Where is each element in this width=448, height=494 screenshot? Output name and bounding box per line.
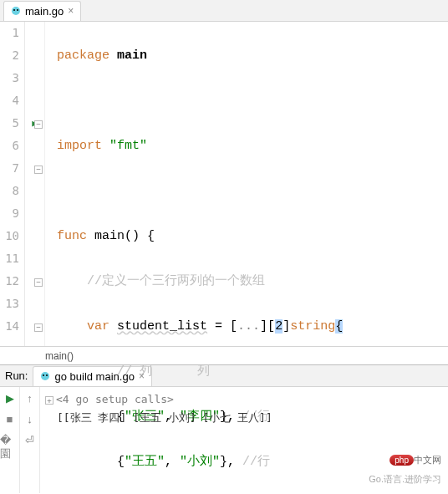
rerun-icon[interactable]: ▶ — [6, 392, 14, 405]
string-literal: "fmt" — [109, 139, 147, 153]
line-number: 7 — [0, 157, 19, 180]
gutter-marks: ▶− − − − — [25, 22, 45, 346]
console-folded-calls: <4 go setup calls> — [56, 393, 174, 405]
line-number: 14 — [0, 315, 19, 338]
file-tab-label: main.go — [25, 5, 64, 18]
keyword: import — [57, 139, 102, 153]
line-number: 10 — [0, 225, 19, 247]
fold-end-icon[interactable]: − — [34, 323, 43, 332]
type: string — [290, 319, 335, 334]
go-file-icon — [11, 6, 21, 16]
line-number: 13 — [0, 293, 19, 315]
svg-point-4 — [43, 374, 44, 376]
fold-end-icon[interactable]: − — [34, 278, 43, 287]
close-icon[interactable]: × — [68, 5, 74, 17]
fold-icon[interactable]: − — [34, 120, 43, 129]
line-number-gutter: 1 2 3 4 5 6 7 8 9 10 11 12 13 14 — [0, 22, 25, 346]
stop-icon[interactable]: ■ — [7, 413, 13, 425]
line-number: 3 — [0, 67, 19, 89]
run-label: Run: — [5, 369, 28, 382]
code-content[interactable]: package main import "fmt" func main() { … — [45, 22, 448, 346]
line-number: 5 — [0, 112, 19, 135]
exit-icon[interactable]: �園 — [0, 434, 19, 461]
run-toolbar-primary: ▶ ■ �園 — [0, 387, 20, 493]
editor-area: 1 2 3 4 5 6 7 8 9 10 11 12 13 14 ▶− − − … — [0, 22, 448, 346]
svg-point-2 — [17, 9, 18, 11]
line-number: 9 — [0, 202, 19, 225]
line-number: 6 — [0, 135, 19, 157]
up-icon[interactable]: ↑ — [27, 392, 33, 405]
line-number: 12 — [0, 270, 19, 293]
watermark-badge: php — [389, 455, 414, 466]
comment: //定义一个三行两列的一个数组 — [87, 274, 265, 288]
line-number: 11 — [0, 247, 19, 270]
line-number: 2 — [0, 44, 19, 67]
watermark-text: 中文网 — [414, 455, 441, 465]
watermark-subtext: Go.语言.进阶学习 — [369, 470, 441, 488]
run-toolbar-secondary: ↑ ↓ ⏎ — [20, 387, 40, 493]
ellipsis: ... — [237, 319, 260, 334]
func-name: main — [94, 229, 125, 243]
svg-point-1 — [13, 9, 15, 11]
identifier: student_list — [117, 319, 207, 334]
line-number: 1 — [0, 22, 19, 44]
line-number: 4 — [0, 89, 19, 112]
fold-icon[interactable]: − — [34, 166, 43, 174]
keyword: package — [57, 48, 109, 63]
brace: { — [335, 319, 343, 334]
watermark: php中文网 Go.语言.进阶学习 — [369, 451, 441, 488]
down-icon[interactable]: ↓ — [27, 413, 33, 425]
go-file-icon — [40, 371, 50, 381]
editor-tab-bar: main.go × — [0, 0, 448, 22]
highlighted-number: 2 — [275, 319, 283, 334]
file-tab-main-go[interactable]: main.go × — [3, 1, 81, 21]
keyword: func — [57, 229, 87, 243]
wrap-icon[interactable]: ⏎ — [25, 434, 34, 446]
svg-point-3 — [41, 372, 49, 380]
console-output[interactable]: +<4 go setup calls> [[张三 李四] [王五 小刘] [小七… — [40, 387, 448, 493]
svg-point-5 — [46, 374, 48, 376]
package-name: main — [117, 48, 147, 63]
comment: // 列 列 — [117, 364, 210, 379]
console-line: [[张三 李四] [王五 小刘] [小七 王八]] — [45, 409, 443, 427]
keyword: var — [87, 319, 109, 334]
fold-icon[interactable]: + — [45, 396, 53, 405]
svg-point-0 — [12, 7, 20, 15]
code-text: () { — [125, 229, 155, 243]
line-number: 8 — [0, 180, 19, 202]
